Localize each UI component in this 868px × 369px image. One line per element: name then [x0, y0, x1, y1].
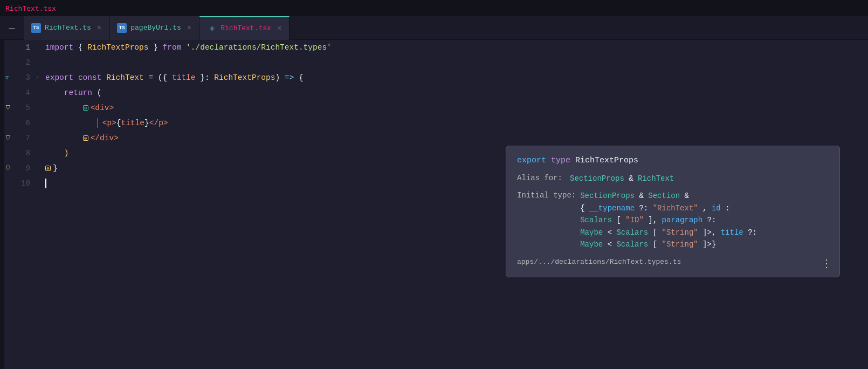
jsx-tag-p-close: </p> — [149, 119, 168, 127]
tab-close-button[interactable]: × — [277, 25, 281, 32]
keyword-import: import — [45, 43, 73, 52]
code-editor[interactable]: import { RichTextProps } from './declara… — [37, 40, 868, 369]
popup-maybe1: Maybe — [580, 228, 603, 237]
popup-more-button[interactable]: ⋮ — [821, 257, 832, 270]
popup-and1: & — [629, 174, 638, 183]
code-identifier: RichTextProps — [87, 43, 148, 52]
line-number-8: 8 — [4, 146, 37, 161]
tab-pagebyurl-ts[interactable]: TS pageByUrl.ts × — [109, 16, 199, 40]
breakpoint-icon-5: ⛉ — [5, 105, 11, 111]
tab-richtext-tsx[interactable]: ⚛ RichText.tsx × — [199, 16, 290, 40]
popup-angle1: < — [608, 228, 612, 237]
popup-string1: "String" — [662, 228, 698, 237]
popup-scalars1: Scalars — [580, 216, 612, 224]
identifier-richtext: RichText — [106, 73, 144, 82]
tab-label: pageByUrl.ts — [130, 24, 181, 32]
code-text — [101, 73, 106, 82]
popup-bracket1: [ — [616, 216, 621, 224]
indent — [45, 119, 97, 127]
line-number-7: 7 ⛉ — [4, 131, 37, 146]
code-line-1: import { RichTextProps } from './declara… — [37, 40, 868, 55]
popup-id-key: id — [712, 204, 721, 213]
popup-title-key: title — [721, 228, 743, 237]
activity-bar-strip — [0, 40, 4, 369]
keyword-export: export — [45, 73, 73, 82]
breakpoint-icon-7: ⛉ — [5, 135, 11, 141]
code-line-3: ▽ export const RichText = ({ title }: Ri… — [37, 70, 868, 85]
jsx-tag-p-open: <p> — [102, 119, 116, 127]
popup-para-key: paragraph — [662, 216, 702, 224]
popup-bracket2: ], — [648, 216, 662, 224]
jsx-tag-div-close: </div> — [91, 134, 119, 142]
popup-id-string: "ID" — [625, 216, 644, 224]
popup-alias-label: Alias for: — [517, 173, 566, 184]
react-icon: ⚛ — [207, 24, 217, 33]
line-number-2: 2 — [4, 55, 37, 70]
tab-close-button[interactable]: × — [187, 24, 191, 32]
code-text: ) — [275, 73, 284, 82]
paren-close: ) — [64, 149, 69, 158]
type-richtextprops: RichTextProps — [214, 73, 275, 82]
popup-alias-row: Alias for: SectionProps & RichText — [517, 173, 829, 184]
code-text: } — [148, 43, 162, 52]
tab-richtext-ts[interactable]: TS RichText.ts × — [24, 16, 109, 40]
popup-header: export type RichTextProps — [517, 156, 829, 165]
indent — [45, 134, 83, 142]
code-brace-close: } — [144, 119, 149, 127]
popup-bracket5: [ — [653, 240, 657, 249]
indent — [45, 88, 64, 97]
hover-popup: export type RichTextProps Alias for: Sec… — [506, 146, 840, 277]
tab-close-button[interactable]: × — [97, 24, 101, 32]
param-title: title — [172, 73, 196, 82]
popup-scalars2: Scalars — [616, 228, 648, 237]
code-text — [73, 73, 78, 82]
popup-typename-val: "RichText" — [653, 204, 698, 213]
breakpoint-marker-7: ⊖ — [83, 135, 88, 141]
indent — [45, 149, 64, 158]
indent-guide — [97, 118, 98, 128]
popup-and3: & — [684, 192, 688, 200]
popup-para-opt: ?: — [707, 216, 717, 224]
text-cursor — [45, 179, 46, 188]
title-bar: RichText.tsx — [0, 0, 868, 16]
tab-bar: — TS RichText.ts × TS pageByUrl.ts × ⚛ R… — [0, 16, 868, 40]
popup-comma1: , — [702, 204, 712, 213]
code-text — [181, 43, 186, 52]
popup-bracket4: ]>, — [702, 228, 721, 237]
line-number-5: 5 ⛉ — [4, 100, 37, 115]
line-number-4: 4 — [4, 85, 37, 100]
string-literal: './declarations/RichText.types' — [186, 43, 332, 52]
popup-brace-open: { — [580, 204, 584, 213]
line-number-6: 6 — [4, 115, 37, 131]
code-line-2 — [37, 55, 868, 70]
popup-type-keyword: type — [551, 156, 570, 165]
fold-icon-3: ▽ — [5, 74, 9, 81]
code-brace: { — [116, 119, 121, 127]
line-number-10: 10 — [4, 176, 37, 191]
popup-section: Section — [648, 192, 680, 200]
breakpoint-icon-9: ⛉ — [5, 165, 11, 172]
code-text: { — [294, 73, 303, 82]
arrow: => — [285, 73, 294, 82]
sidebar-toggle-button[interactable]: — — [0, 16, 24, 40]
typescript-icon: TS — [117, 23, 127, 33]
code-text: = ({ — [144, 73, 172, 82]
popup-type-name: RichTextProps — [575, 156, 638, 165]
popup-typename-key: __typename — [589, 204, 635, 213]
code-line-7: ⊖ </div> — [37, 131, 868, 146]
popup-bracket6: ]>} — [702, 240, 716, 249]
popup-export-keyword: export — [517, 156, 546, 165]
line-number-9: 9 ⛉ — [4, 161, 37, 176]
keyword-const: const — [78, 73, 102, 82]
popup-filepath: apps/.../declarations/RichText.types.ts — [517, 258, 829, 266]
popup-section-props: SectionProps — [570, 174, 624, 183]
jsx-tag-open: <div> — [91, 104, 114, 112]
indent — [45, 104, 83, 112]
code-line-4: return ( — [37, 85, 868, 100]
popup-title-opt: ?: — [748, 228, 757, 237]
popup-id-colon: : — [725, 204, 729, 213]
line-number-3: 3 ▽ — [4, 70, 37, 85]
popup-angle2: < — [608, 240, 612, 249]
popup-initial-value: SectionProps & Section & { __typename ?:… — [580, 190, 829, 250]
expr-title: title — [121, 119, 145, 127]
